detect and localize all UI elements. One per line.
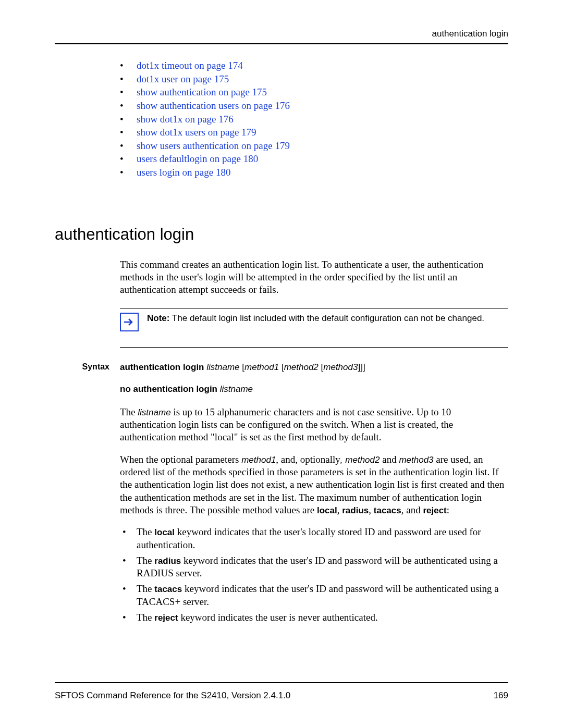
syntax-label: Syntax (55, 362, 120, 372)
toc-link[interactable]: show dot1x on page 176 (137, 114, 234, 125)
text: keyword indicates that the user's ID and… (137, 555, 498, 578)
methods-paragraph: When the optional parameters method1, an… (120, 453, 508, 517)
keyword-tacacs: tacacs (374, 505, 401, 515)
footer-page-number: 169 (494, 690, 508, 701)
text: , (337, 504, 342, 515)
text: The (137, 526, 154, 537)
note-arrow-icon (120, 313, 139, 331)
syntax-param: listname (220, 384, 253, 394)
syntax-bracket: [ (279, 362, 284, 372)
text: The (137, 612, 154, 623)
text: keyword indicates that the user's locall… (137, 526, 481, 550)
syntax-param: listname (206, 362, 239, 372)
syntax-command: no authentication login (120, 384, 217, 394)
method-item-reject: The reject keyword indicates the user is… (120, 611, 508, 624)
syntax-param: method1 (244, 362, 279, 372)
note-label: Note: (147, 313, 169, 323)
syntax-bracket: ]]] (358, 362, 365, 372)
toc-link[interactable]: users defaultlogin on page 180 (137, 153, 258, 164)
page-footer: SFTOS Command Reference for the S2410, V… (55, 682, 508, 701)
footer-doc-title: SFTOS Command Reference for the S2410, V… (55, 690, 290, 701)
param-listname: listname (138, 408, 170, 417)
text: When the optional parameters (120, 454, 241, 465)
keyword: radius (154, 556, 181, 566)
text: , and, optionally (276, 454, 340, 465)
syntax-body: authentication login listname [method1 [… (120, 362, 365, 394)
text: keyword indicates the user is never auth… (178, 612, 378, 623)
syntax-param: method2 (284, 362, 319, 372)
method-item-radius: The radius keyword indicates that the us… (120, 554, 508, 580)
method-item-tacacs: The tacacs keyword indicates that the us… (120, 583, 508, 608)
text: , and (401, 504, 423, 515)
param-method3: method3 (399, 455, 433, 465)
listname-paragraph: The listname is up to 15 alphanumeric ch… (120, 406, 508, 444)
keyword-radius: radius (342, 505, 369, 515)
note-text: Note: The default login list included wi… (147, 313, 484, 325)
toc-link[interactable]: show users authentication on page 179 (137, 140, 290, 151)
keyword-local: local (317, 505, 337, 515)
toc-link[interactable]: show authentication users on page 176 (137, 100, 290, 111)
text: : (447, 504, 449, 515)
syntax-bracket: [ (319, 362, 323, 372)
description-body: The listname is up to 15 alphanumeric ch… (120, 406, 508, 624)
param-method1: method1 (241, 455, 276, 465)
header-rule (55, 43, 508, 44)
footer-rule (55, 682, 508, 683)
toc-link[interactable]: users login on page 180 (137, 167, 230, 178)
text: The (137, 555, 154, 566)
syntax-no-form: no authentication login listname (120, 384, 365, 394)
text: The (137, 583, 154, 594)
syntax-command: authentication login (120, 362, 204, 372)
page: authentication login dot1x timeout on pa… (0, 0, 563, 728)
keyword: tacacs (154, 584, 182, 594)
note-body: The default login list included with the… (169, 313, 484, 323)
syntax-row: Syntax authentication login listname [me… (55, 362, 508, 394)
param-method2: , method2 (340, 455, 380, 465)
keyword: local (154, 527, 175, 537)
note-block: Note: The default login list included wi… (120, 309, 508, 336)
toc-link[interactable]: show dot1x users on page 179 (137, 127, 256, 138)
toc-link[interactable]: dot1x user on page 175 (137, 73, 229, 84)
toc-link[interactable]: show authentication on page 175 (137, 87, 267, 97)
section-body: This command creates an authentication l… (120, 258, 508, 348)
method-list: The local keyword indicates that the use… (120, 526, 508, 624)
keyword-reject: reject (423, 505, 446, 515)
note-bottom-rule (120, 347, 508, 348)
keyword: reject (154, 613, 178, 623)
text: keyword indicates that the user's ID and… (137, 583, 499, 607)
method-item-local: The local keyword indicates that the use… (120, 526, 508, 551)
toc-link-list: dot1x timeout on page 174 dot1x user on … (120, 59, 508, 179)
intro-paragraph: This command creates an authentication l… (120, 258, 508, 297)
text: , (369, 504, 374, 515)
syntax-param: method3 (323, 362, 358, 372)
text: and (380, 454, 399, 465)
text: The (120, 406, 138, 417)
page-header-right: authentication login (55, 29, 508, 39)
section-title: authentication login (55, 225, 508, 244)
toc-link[interactable]: dot1x timeout on page 174 (137, 60, 243, 71)
